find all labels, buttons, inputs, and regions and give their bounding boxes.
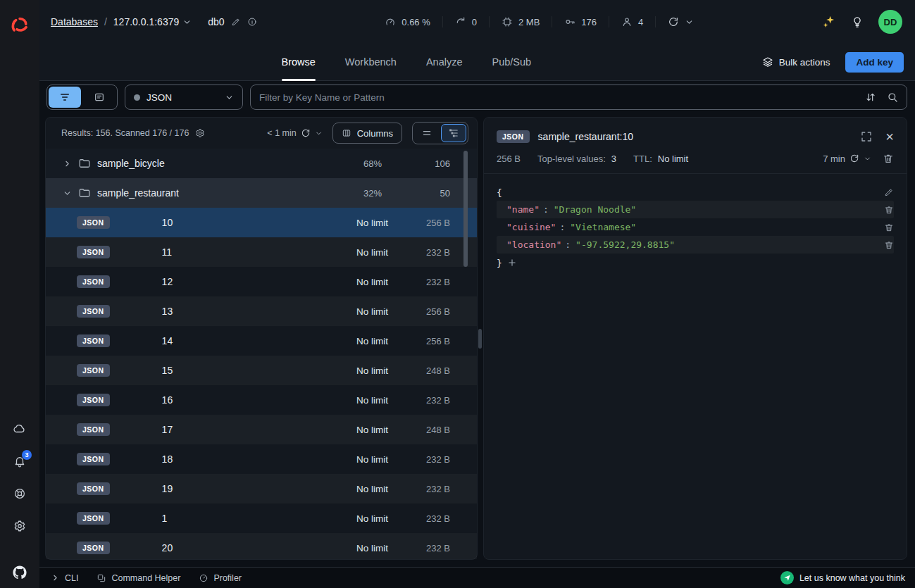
key-name: 20	[162, 542, 173, 553]
table-row[interactable]: JSON 13 No limit 256 B	[46, 296, 477, 326]
panel-resizer[interactable]	[478, 117, 483, 560]
tab-pubsub[interactable]: Pub/Sub	[492, 44, 532, 80]
json-field-row[interactable]: "location" : "-97.5922,29.8815"	[497, 236, 894, 254]
key-type-select[interactable]: JSON	[125, 85, 243, 110]
filter-mode-button[interactable]	[49, 87, 81, 108]
cloud-icon[interactable]	[13, 422, 27, 436]
delete-key-icon[interactable]	[883, 153, 894, 164]
key-type-badge: JSON	[77, 275, 110, 288]
search-values-mode-button[interactable]	[83, 87, 116, 108]
json-field-row[interactable]: "name" : "Dragon Noodle"	[497, 201, 894, 218]
list-refresh-control[interactable]: < 1 min	[267, 128, 322, 138]
database-host-selector[interactable]: 127.0.0.1:6379	[113, 16, 192, 27]
notifications-bell-icon[interactable]: 3	[13, 454, 27, 468]
selected-key-name[interactable]: sample_restaurant:10	[538, 131, 633, 142]
json-key: "name"	[506, 204, 540, 215]
key-size: 248 B	[388, 425, 450, 435]
key-ttl: No limit	[311, 306, 388, 317]
scan-settings-gear-icon[interactable]	[195, 128, 205, 138]
table-row[interactable]: JSON 12 No limit 232 B	[46, 267, 477, 296]
table-row[interactable]: JSON 14 No limit 256 B	[46, 326, 477, 356]
key-size: 232 B	[388, 454, 450, 465]
table-row[interactable]: JSON 16 No limit 232 B	[46, 385, 477, 415]
table-row[interactable]: JSON 20 No limit 232 B	[46, 533, 477, 559]
db-index: db0	[208, 16, 224, 27]
key-name: 14	[162, 335, 173, 346]
table-row[interactable]: JSON 11 No limit 232 B	[46, 237, 477, 267]
table-row[interactable]: JSON 15 No limit 248 B	[46, 356, 477, 385]
command-helper-icon	[97, 573, 106, 583]
cli-button[interactable]: CLI	[51, 573, 78, 583]
tree-group-sample-bicycle[interactable]: sample_bicycle 68% 106	[46, 149, 477, 178]
delete-field-icon[interactable]	[884, 205, 894, 215]
list-scrollbar-thumb[interactable]	[463, 151, 468, 267]
edit-json-icon[interactable]	[884, 187, 894, 197]
group-percent: 68%	[304, 158, 382, 169]
delete-field-icon[interactable]	[884, 240, 894, 250]
json-open-brace-row: {	[497, 184, 894, 201]
json-fields: "name" : "Dragon Noodle" "cuisine" : "Vi…	[497, 201, 894, 254]
list-view-button[interactable]	[414, 124, 440, 142]
close-icon[interactable]: ×	[885, 130, 894, 144]
folder-icon	[78, 187, 91, 199]
table-row[interactable]: JSON 1 No limit 232 B	[46, 503, 477, 533]
key-size: 256 B	[388, 218, 450, 228]
db-info-icon[interactable]	[247, 17, 257, 27]
prompt-icon	[51, 573, 60, 582]
bulk-actions-button[interactable]: Bulk actions	[762, 56, 830, 68]
redis-logo[interactable]	[10, 15, 30, 35]
details-refresh-control[interactable]: 7 min	[823, 154, 871, 164]
avatar[interactable]: DD	[878, 10, 902, 34]
table-row[interactable]: JSON 17 No limit 248 B	[46, 415, 477, 444]
tree-view-button[interactable]	[441, 124, 466, 142]
feedback-link[interactable]: Let us know what you think	[780, 571, 905, 584]
help-lifebuoy-icon[interactable]	[13, 487, 27, 501]
search-icon[interactable]	[887, 92, 898, 103]
key-name: 12	[162, 276, 173, 287]
group-percent: 32%	[304, 188, 382, 199]
add-field-icon[interactable]	[507, 258, 517, 268]
folder-icon	[78, 157, 91, 170]
key-details-header: JSON sample_restaurant:10 ×	[484, 118, 907, 144]
ttl-label: TTL:	[633, 154, 652, 164]
tab-browse[interactable]: Browse	[282, 44, 316, 80]
last-refresh-time: < 1 min	[267, 128, 296, 138]
selected-type-label: JSON	[147, 92, 172, 103]
content-area: Results: 156. Scanned 176 / 176 < 1 min …	[39, 113, 915, 567]
sort-icon[interactable]	[865, 92, 876, 103]
breadcrumb-databases-link[interactable]: Databases	[51, 16, 98, 27]
insights-bulb-icon[interactable]	[850, 15, 864, 29]
profiler-button[interactable]: Profiler	[199, 573, 242, 583]
table-row[interactable]: JSON 19 No limit 232 B	[46, 474, 477, 503]
fullscreen-icon[interactable]	[860, 130, 873, 143]
tree-group-sample-restaurant[interactable]: sample_restaurant 32% 50	[46, 178, 477, 208]
stats-refresh-control[interactable]	[656, 16, 706, 27]
table-row[interactable]: JSON 10 No limit 256 B	[46, 208, 477, 237]
delete-field-icon[interactable]	[884, 223, 894, 232]
ttl-value[interactable]: No limit	[658, 154, 688, 164]
table-row[interactable]: JSON 18 No limit 232 B	[46, 444, 477, 474]
search-input[interactable]	[259, 92, 854, 103]
tab-analyze[interactable]: Analyze	[426, 44, 463, 80]
add-key-button[interactable]: Add key	[845, 52, 904, 73]
json-editor: { "name" : "Dragon Noodle" "cuisine" : "…	[484, 173, 907, 559]
key-ttl: No limit	[311, 454, 388, 465]
chevron-right-icon	[63, 159, 72, 168]
json-key: "cuisine"	[506, 222, 556, 232]
feedback-icon	[780, 571, 794, 584]
json-field-row[interactable]: "cuisine" : "Vietnamese"	[497, 218, 894, 236]
layers-icon	[762, 56, 773, 68]
copilot-sparkle-icon[interactable]	[822, 15, 836, 29]
key-type-badge: JSON	[77, 246, 110, 258]
key-type-badge: JSON	[77, 423, 110, 436]
bottom-bar: CLI Command Helper Profiler Let us know …	[39, 567, 915, 588]
key-type-badge: JSON	[77, 334, 110, 347]
key-ttl: No limit	[311, 277, 388, 287]
columns-button[interactable]: Columns	[332, 123, 402, 144]
github-icon[interactable]	[13, 565, 27, 580]
edit-db-alias-icon[interactable]	[231, 17, 241, 27]
command-helper-button[interactable]: Command Helper	[97, 573, 180, 583]
database-stats: 0.66 % 0 2 MB 176 4	[373, 16, 706, 27]
tab-workbench[interactable]: Workbench	[345, 44, 397, 80]
settings-gear-icon[interactable]	[13, 519, 27, 533]
